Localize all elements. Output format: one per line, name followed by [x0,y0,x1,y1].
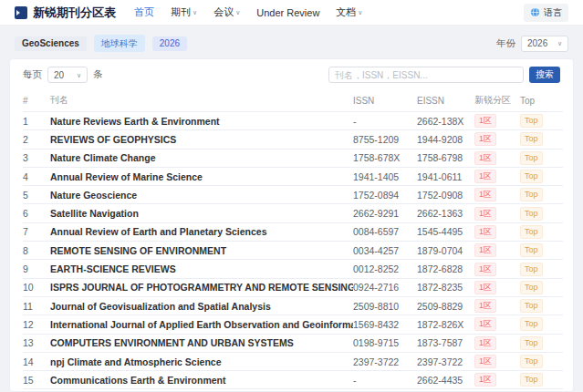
table-row: 1Nature Reviews Earth & Environment-2662… [23,112,563,130]
journal-name-link[interactable]: Nature Geoscience [50,186,353,204]
eissn-value: 1944-9208 [417,130,474,149]
eissn-value: 2662-4435 [417,371,474,389]
row-index: 12 [23,315,50,334]
col-index: # [23,90,50,112]
table-row: 8REMOTE SENSING OF ENVIRONMENT0034-42571… [23,242,563,260]
partition-badge: 1区 [474,207,496,221]
issn-value: 1752-0894 [353,186,417,204]
journal-name-link[interactable]: Annual Review of Marine Science [50,167,353,185]
journal-name-link[interactable]: REVIEWS OF GEOPHYSICS [50,130,353,149]
col-partition: 新锐分区 [474,90,520,112]
search-button[interactable]: 搜索 [529,67,560,83]
journal-name-link[interactable]: REMOTE SENSING OF ENVIRONMENT [50,242,353,260]
top-badge: Top [520,336,543,350]
issn-value: 0198-9715 [353,334,417,352]
row-index: 2 [23,130,50,149]
search-input[interactable] [328,67,524,83]
top-badge: Top [520,114,543,128]
row-index: 4 [23,167,50,185]
nav-item-conferences[interactable]: 会议∨ [213,5,240,19]
tab-subject-earth-science[interactable]: 地球科学 [94,35,145,52]
issn-value: 8755-1209 [353,130,417,149]
issn-value: - [353,112,417,130]
journal-name-link[interactable]: EARTH-SCIENCE REVIEWS [50,260,353,278]
chevron-down-icon: ∨ [193,9,197,15]
row-index: 14 [23,352,50,370]
top-navbar: 新锐期刊分区表 首页 期刊∨ 会议∨ Under Review 文档∨ 语言 [0,0,583,26]
top-badge: Top [520,188,543,201]
journal-name-link[interactable]: Nature Climate Change [50,149,353,167]
issn-value: 2509-8810 [353,296,417,315]
col-journal-name: 刊名 [50,90,353,112]
journal-name-link[interactable]: Annual Review of Earth and Planetary Sci… [50,222,353,241]
partition-badge: 1区 [474,281,496,294]
nav-item-journals[interactable]: 期刊∨ [171,5,197,19]
nav-item-docs[interactable]: 文档∨ [336,5,362,19]
row-index: 1 [23,112,50,130]
tab-category-geosciences[interactable]: GeoSciences [15,36,87,51]
partition-badge: 1区 [474,317,496,331]
journal-name-link[interactable]: Communications Earth & Environment [50,371,353,389]
per-page-select[interactable]: 20 ∨ [47,67,88,83]
filter-bar: GeoSciences 地球科学 2026 年份 2026 ∨ [0,26,583,58]
col-top: Top [520,90,563,112]
journal-name-link[interactable]: International Journal of Applied Earth O… [50,315,353,334]
row-index: 7 [23,222,50,241]
eissn-value: 1872-826X [417,315,474,334]
chevron-down-icon: ∨ [358,9,362,15]
journal-table-card: 每页 20 ∨ 条 搜索 # 刊名 ISSN EISSN 新锐分区 Top 1N… [9,58,574,392]
issn-value: 1941-1405 [353,167,417,185]
row-index: 5 [23,186,50,204]
eissn-value: 1941-0611 [417,167,474,185]
table-row: 15Communications Earth & Environment-266… [23,371,563,389]
chevron-down-icon: ∨ [557,40,562,46]
tab-year-2026[interactable]: 2026 [152,36,187,51]
eissn-value: 2662-138X [417,112,474,130]
top-badge: Top [520,170,543,183]
table-row: 4Annual Review of Marine Science1941-140… [23,167,563,185]
chevron-down-icon: ∨ [235,9,240,15]
top-badge: Top [520,243,543,257]
row-index: 15 [23,371,50,389]
journal-table: # 刊名 ISSN EISSN 新锐分区 Top 1Nature Reviews… [23,90,563,392]
language-button[interactable]: 语言 [524,4,568,22]
language-label: 语言 [544,6,562,19]
journal-name-link[interactable]: Satellite Navigation [50,204,353,222]
table-row: 11Journal of Geovisualization and Spatia… [23,296,563,315]
partition-badge: 1区 [474,263,496,276]
top-badge: Top [520,317,543,331]
partition-badge: 1区 [474,170,496,183]
journal-name-link[interactable]: Nature Reviews Earth & Environment [50,112,353,130]
table-header-row: # 刊名 ISSN EISSN 新锐分区 Top [23,90,563,112]
nav-item-home[interactable]: 首页 [134,5,154,19]
eissn-value: 1872-8235 [417,278,474,296]
table-row: 3Nature Climate Change1758-678X1758-6798… [23,149,563,167]
table-row: 2REVIEWS OF GEOPHYSICS8755-12091944-9208… [23,130,563,149]
issn-value: 1569-8432 [353,315,417,334]
year-select[interactable]: 2026 ∨ [521,36,568,52]
journal-name-link[interactable]: COMPUTERS ENVIRONMENT AND URBAN SYSTEMS [50,334,353,352]
top-badge: Top [520,355,543,368]
col-eissn: EISSN [417,90,474,112]
partition-badge: 1区 [474,132,496,146]
top-badge: Top [520,132,543,146]
issn-value: 2662-9291 [353,204,417,222]
nav-item-under-review[interactable]: Under Review [256,7,319,18]
journal-name-link[interactable]: npj Climate and Atmospheric Science [50,352,353,370]
journal-name-link[interactable]: Journal of Geovisualization and Spatial … [50,296,353,315]
journal-table-body: 1Nature Reviews Earth & Environment-2662… [23,112,563,392]
eissn-value: 1873-7587 [417,334,474,352]
eissn-value: 1545-4495 [417,222,474,241]
per-page-label: 每页 [23,68,42,81]
journal-name-link[interactable]: ISPRS JOURNAL OF PHOTOGRAMMETRY AND REMO… [50,278,353,296]
issn-value: 0084-6597 [353,222,417,241]
top-badge: Top [520,263,543,276]
row-index: 9 [23,260,50,278]
table-row: 6Satellite Navigation2662-92912662-13631… [23,204,563,222]
partition-badge: 1区 [474,225,496,239]
table-controls: 每页 20 ∨ 条 搜索 [23,65,560,90]
issn-value: - [353,371,417,389]
issn-value: 0924-2716 [353,278,417,296]
table-row: 12International Journal of Applied Earth… [23,315,563,334]
col-issn: ISSN [353,90,417,112]
